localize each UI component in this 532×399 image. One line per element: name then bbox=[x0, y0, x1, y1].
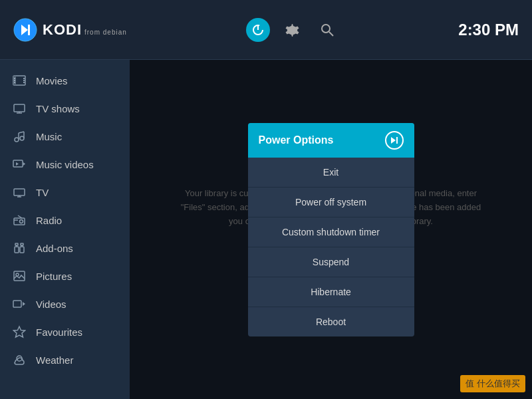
pictures-icon bbox=[12, 269, 27, 283]
svg-point-15 bbox=[23, 82, 25, 83]
modal-item-reboot[interactable]: Reboot bbox=[248, 307, 414, 336]
clock: 2:30 PM bbox=[458, 21, 519, 39]
sidebar-movies-label: Movies bbox=[36, 75, 68, 86]
sidebar-radio-label: Radio bbox=[36, 215, 62, 226]
sidebar-item-movies[interactable]: Movies bbox=[0, 66, 130, 94]
sidebar-item-favourites[interactable]: Favourites bbox=[0, 318, 130, 346]
movies-icon bbox=[12, 73, 27, 88]
sidebar-addons-label: Add-ons bbox=[36, 243, 73, 254]
sidebar-videos-label: Videos bbox=[36, 299, 66, 310]
svg-rect-2 bbox=[28, 25, 30, 35]
modal-title: Power Options bbox=[259, 134, 334, 146]
svg-rect-16 bbox=[14, 104, 25, 112]
modal-item-custom-shutdown[interactable]: Custom shutdown timer bbox=[248, 217, 414, 247]
modal-item-exit[interactable]: Exit bbox=[248, 158, 414, 188]
svg-rect-34 bbox=[15, 247, 19, 253]
tvshows-icon bbox=[12, 101, 27, 116]
svg-marker-26 bbox=[16, 162, 19, 166]
svg-marker-25 bbox=[23, 162, 25, 166]
sidebar-tv-label: TV bbox=[36, 187, 49, 198]
videos-icon bbox=[12, 297, 27, 311]
sidebar-item-pictures[interactable]: Pictures bbox=[0, 262, 130, 290]
svg-point-31 bbox=[20, 220, 23, 223]
settings-button[interactable] bbox=[281, 18, 305, 42]
svg-point-13 bbox=[23, 78, 25, 79]
topbar-icons bbox=[246, 18, 339, 42]
modal-overlay: Power Options Exit Power off system Cust… bbox=[130, 60, 532, 399]
kodi-icon bbox=[13, 18, 37, 42]
svg-rect-39 bbox=[21, 243, 23, 245]
main-layout: Movies TV shows Music Music videos TV bbox=[0, 60, 532, 399]
tv-icon bbox=[12, 185, 27, 200]
modal-item-suspend[interactable]: Suspend bbox=[248, 247, 414, 277]
svg-point-10 bbox=[14, 78, 15, 79]
sidebar-item-tvshows[interactable]: TV shows bbox=[0, 94, 130, 122]
svg-point-14 bbox=[23, 80, 25, 81]
power-button[interactable] bbox=[246, 18, 270, 42]
modal-item-power-off[interactable]: Power off system bbox=[248, 188, 414, 217]
music-icon bbox=[12, 129, 27, 144]
svg-point-11 bbox=[14, 80, 15, 81]
svg-line-23 bbox=[19, 132, 24, 133]
sidebar-item-tv[interactable]: TV bbox=[0, 178, 130, 206]
logo-area: KODI from debian bbox=[13, 18, 127, 42]
svg-point-6 bbox=[322, 25, 330, 33]
sidebar-item-videos[interactable]: Videos bbox=[0, 290, 130, 318]
svg-rect-27 bbox=[14, 189, 25, 196]
kodi-label: KODI bbox=[43, 21, 82, 39]
svg-rect-38 bbox=[15, 243, 18, 245]
addons-icon bbox=[12, 241, 27, 255]
radio-icon bbox=[12, 213, 27, 227]
sidebar-musicvideos-label: Music videos bbox=[36, 159, 94, 170]
svg-marker-44 bbox=[14, 327, 25, 337]
svg-rect-42 bbox=[13, 301, 21, 307]
sidebar-item-musicvideos[interactable]: Music videos bbox=[0, 150, 130, 178]
topbar: KODI from debian 2:30 PM bbox=[0, 0, 532, 60]
svg-rect-35 bbox=[20, 247, 24, 253]
watermark: 值 什么值得买 bbox=[460, 375, 525, 392]
svg-point-19 bbox=[15, 138, 19, 142]
search-button[interactable] bbox=[315, 18, 339, 42]
star-icon bbox=[12, 325, 27, 339]
sidebar-item-music[interactable]: Music bbox=[0, 122, 130, 150]
power-options-modal: Power Options Exit Power off system Cust… bbox=[248, 123, 414, 336]
sidebar-item-addons[interactable]: Add-ons bbox=[0, 234, 130, 262]
weather-icon bbox=[12, 352, 27, 367]
svg-marker-46 bbox=[391, 137, 396, 144]
svg-line-7 bbox=[329, 32, 333, 36]
content-area: Your library is currently empty. To popu… bbox=[130, 60, 532, 399]
sidebar-tvshows-label: TV shows bbox=[36, 103, 80, 114]
modal-header: Power Options bbox=[248, 123, 414, 158]
modal-kodi-icon bbox=[385, 131, 404, 150]
musicvideos-icon bbox=[12, 157, 27, 172]
sidebar-music-label: Music bbox=[36, 131, 62, 142]
sidebar: Movies TV shows Music Music videos TV bbox=[0, 60, 130, 399]
sidebar-item-weather[interactable]: Weather bbox=[0, 346, 130, 374]
sidebar-item-radio[interactable]: Radio bbox=[0, 206, 130, 234]
svg-point-20 bbox=[20, 136, 24, 140]
svg-rect-47 bbox=[396, 137, 398, 144]
modal-item-hibernate[interactable]: Hibernate bbox=[248, 277, 414, 307]
from-debian-label: from debian bbox=[84, 29, 127, 36]
kodi-text: KODI from debian bbox=[43, 21, 127, 39]
sidebar-favourites-label: Favourites bbox=[36, 327, 82, 338]
svg-marker-43 bbox=[23, 302, 25, 306]
sidebar-weather-label: Weather bbox=[36, 354, 73, 366]
sidebar-pictures-label: Pictures bbox=[36, 271, 72, 282]
svg-point-12 bbox=[14, 82, 15, 83]
svg-rect-40 bbox=[14, 271, 25, 281]
